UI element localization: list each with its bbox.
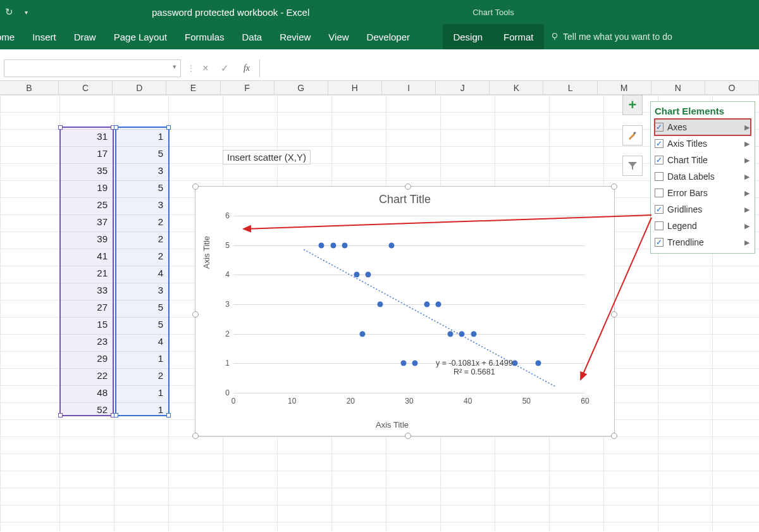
cell-d[interactable]: 5: [115, 316, 168, 333]
cell-d[interactable]: 2: [115, 230, 168, 247]
tab-home[interactable]: ome: [0, 32, 15, 42]
tab-view[interactable]: View: [328, 32, 349, 42]
checkbox-icon[interactable]: ✓: [655, 139, 663, 148]
cell-d[interactable]: 2: [115, 213, 168, 230]
data-point[interactable]: [319, 242, 324, 248]
cell-c[interactable]: 41: [59, 247, 113, 264]
checkbox-icon[interactable]: ✓: [655, 205, 663, 214]
cell-c[interactable]: 15: [59, 316, 113, 333]
y-axis-title[interactable]: Axis Title: [202, 236, 211, 269]
tell-me-search[interactable]: Tell me what you want to do: [550, 24, 672, 49]
formula-input[interactable]: [260, 59, 759, 77]
chart-element-option-chart-title[interactable]: ✓Chart Title▶: [655, 152, 751, 168]
chart-element-option-gridlines[interactable]: ✓Gridlines▶: [655, 201, 751, 218]
checkbox-icon[interactable]: [655, 172, 663, 181]
tab-formulas[interactable]: Formulas: [185, 32, 225, 42]
chevron-right-icon[interactable]: ▶: [744, 238, 750, 247]
cell-c[interactable]: 23: [59, 333, 113, 350]
fx-label[interactable]: fx: [234, 63, 259, 73]
redo-icon[interactable]: ↻: [5, 6, 13, 18]
chevron-right-icon[interactable]: ▶: [744, 140, 750, 148]
plot-area[interactable]: [233, 216, 585, 393]
data-point[interactable]: [447, 331, 453, 337]
qat-dropdown-icon[interactable]: ▾: [25, 9, 28, 16]
cell-c[interactable]: 52: [59, 401, 113, 418]
chart-elements-button[interactable]: +: [622, 95, 643, 115]
data-point[interactable]: [459, 331, 465, 337]
cell-d[interactable]: 2: [115, 367, 168, 384]
cell-d[interactable]: 4: [115, 264, 168, 281]
chart-element-option-legend[interactable]: Legend▶: [655, 218, 751, 234]
tab-draw[interactable]: Draw: [74, 32, 96, 42]
data-point[interactable]: [471, 331, 476, 337]
col-header-F[interactable]: F: [221, 81, 275, 94]
col-header-C[interactable]: C: [59, 81, 113, 94]
cell-d[interactable]: 4: [115, 333, 168, 350]
tab-format[interactable]: Format: [503, 32, 534, 42]
data-point[interactable]: [366, 272, 371, 278]
tab-review[interactable]: Review: [280, 32, 311, 42]
chart-filters-button[interactable]: [622, 156, 643, 176]
chevron-right-icon[interactable]: ▶: [744, 189, 750, 197]
chevron-right-icon[interactable]: ▶: [744, 206, 750, 214]
cell-d[interactable]: 3: [115, 196, 168, 213]
chevron-right-icon[interactable]: ▶: [744, 222, 750, 230]
data-point[interactable]: [389, 242, 395, 248]
cell-c[interactable]: 27: [59, 299, 113, 316]
tab-page-layout[interactable]: Page Layout: [114, 32, 167, 42]
name-box[interactable]: ▾: [4, 59, 181, 77]
data-point[interactable]: [342, 242, 348, 248]
chart-element-option-error-bars[interactable]: Error Bars▶: [655, 185, 751, 201]
cell-c[interactable]: 22: [59, 367, 113, 384]
checkbox-icon[interactable]: [655, 221, 663, 230]
checkbox-icon[interactable]: ✓: [655, 156, 663, 164]
cell-c[interactable]: 39: [59, 230, 113, 247]
data-point[interactable]: [359, 331, 365, 337]
chevron-right-icon[interactable]: ▶: [744, 123, 750, 132]
checkbox-icon[interactable]: ✓: [655, 123, 663, 132]
data-point[interactable]: [436, 302, 441, 307]
tab-design[interactable]: Design: [453, 32, 483, 42]
chart-element-option-trendline[interactable]: ✓Trendline▶: [655, 234, 751, 251]
data-point[interactable]: [535, 361, 541, 366]
accept-formula-icon[interactable]: ✓: [215, 63, 234, 74]
worksheet-grid[interactable]: Insert scatter (X,Y) Chart Title Axis Ti…: [0, 95, 759, 531]
tab-data[interactable]: Data: [242, 32, 262, 42]
x-axis-title[interactable]: Axis Title: [195, 420, 589, 430]
cell-c[interactable]: 35: [59, 162, 113, 179]
cell-d[interactable]: 5: [115, 299, 168, 316]
cell-d[interactable]: 3: [115, 162, 168, 179]
col-header-B[interactable]: B: [0, 81, 59, 94]
cell-d[interactable]: 2: [115, 247, 168, 264]
tab-developer[interactable]: Developer: [367, 32, 410, 42]
col-header-O[interactable]: O: [705, 81, 759, 94]
chart-styles-button[interactable]: [622, 125, 643, 145]
cancel-formula-icon[interactable]: ×: [196, 63, 215, 74]
chart-element-option-axes[interactable]: ✓Axes▶: [655, 119, 751, 135]
col-header-N[interactable]: N: [651, 81, 705, 94]
cell-label-insert-scatter[interactable]: Insert scatter (X,Y): [223, 150, 311, 164]
data-point[interactable]: [377, 302, 383, 307]
cell-c[interactable]: 37: [59, 213, 113, 230]
chart-title[interactable]: Chart Title: [195, 187, 614, 206]
name-box-dropdown-icon[interactable]: ▾: [173, 63, 176, 71]
cell-c[interactable]: 19: [59, 179, 113, 196]
data-point[interactable]: [412, 361, 418, 366]
col-header-H[interactable]: H: [328, 81, 382, 94]
col-header-L[interactable]: L: [543, 81, 597, 94]
cell-c[interactable]: 21: [59, 264, 113, 281]
data-point[interactable]: [354, 272, 359, 278]
col-header-D[interactable]: D: [113, 81, 166, 94]
col-header-M[interactable]: M: [598, 81, 651, 94]
data-point[interactable]: [330, 242, 336, 248]
chevron-right-icon[interactable]: ▶: [744, 173, 750, 181]
tab-insert[interactable]: Insert: [32, 32, 56, 42]
cell-d[interactable]: 5: [115, 179, 168, 196]
cell-c[interactable]: 25: [59, 196, 113, 213]
col-header-E[interactable]: E: [166, 81, 220, 94]
cell-d[interactable]: 1: [115, 401, 168, 418]
cell-d[interactable]: 1: [115, 128, 168, 145]
chevron-right-icon[interactable]: ▶: [744, 156, 750, 164]
col-header-K[interactable]: K: [490, 81, 543, 94]
data-point[interactable]: [424, 302, 429, 307]
